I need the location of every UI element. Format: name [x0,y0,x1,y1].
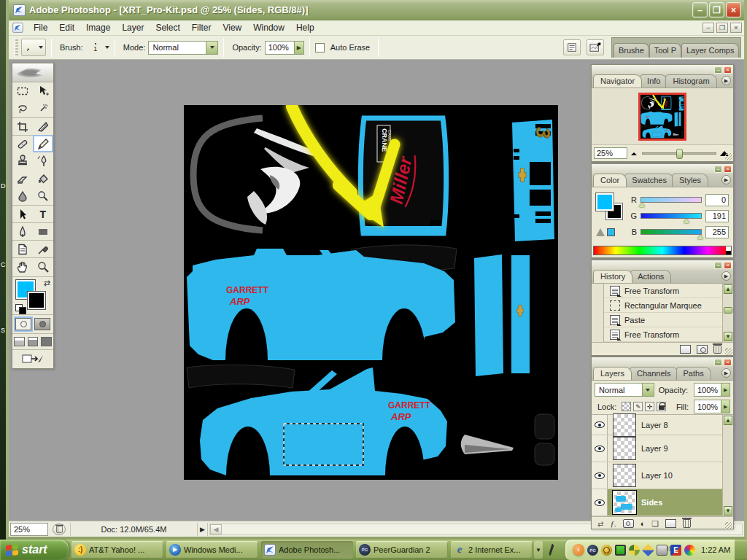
layer-thumbnail[interactable] [613,413,636,437]
palette-minimize-icon[interactable]: – [714,359,722,366]
navigator-zoom-slider[interactable] [642,152,716,155]
menu-filter[interactable]: Filter [186,21,217,34]
slice-tool[interactable] [33,117,53,135]
scroll-down-arrow[interactable]: ▼ [724,332,732,341]
layer-row[interactable]: Layer 8 [592,415,733,435]
background-color-swatch[interactable] [28,292,45,309]
history-source-box[interactable] [592,284,604,298]
visibility-toggle[interactable] [592,462,608,489]
maximize-button[interactable]: ❐ [709,2,724,18]
menu-layer[interactable]: Layer [116,21,150,34]
palette-titlebar[interactable]: – × [592,357,733,367]
document-close-button[interactable]: × [730,23,742,33]
blue-value[interactable]: 255 [705,226,729,238]
fullscreen-button[interactable] [41,337,52,346]
history-step[interactable]: Free Transform [592,284,722,298]
current-tool-button[interactable] [21,39,46,56]
history-step[interactable]: Paste [592,313,722,327]
status-zoom-field[interactable]: 25% [10,523,48,536]
taskbar-button-peerguardian[interactable]: PeerGuardian 2 [356,541,448,559]
foreground-color-swatch[interactable] [596,193,614,211]
taskbar-button-wmp[interactable]: Windows Medi... [166,541,258,559]
document-minimize-button[interactable]: – [703,23,714,33]
history-brush-tool[interactable] [33,152,53,170]
history-source-box[interactable] [592,327,604,342]
document-icon[interactable] [12,23,23,33]
eraser-tool[interactable] [12,170,33,187]
palette-close-icon[interactable]: × [724,166,732,173]
layer-row[interactable]: Layer 10 [592,462,733,489]
new-layer-icon[interactable] [665,519,676,528]
palette-minimize-icon[interactable]: – [714,166,722,173]
zoom-tool[interactable] [33,257,53,275]
history-scrollbar[interactable]: ▲ ▼ [722,284,733,342]
tab-layers[interactable]: Layers [593,367,632,380]
scroll-up-arrow[interactable]: ▲ [724,284,732,294]
history-source-box[interactable] [592,298,604,313]
color-spectrum-ramp[interactable] [593,246,732,255]
tab-history[interactable]: History [593,270,632,283]
toolbox-titlebar[interactable] [12,63,53,82]
layer-style-icon[interactable]: ƒ. [610,519,616,528]
jump-to-imageready-button[interactable] [22,353,44,365]
shape-tool[interactable] [33,222,53,240]
layer-thumbnail[interactable] [613,437,636,460]
tab-channels[interactable]: Channels [630,367,678,380]
layer-thumbnail[interactable] [613,464,636,487]
layer-thumbnail[interactable] [613,491,636,514]
well-tab-tool-presets[interactable]: Tool P [649,43,681,58]
opacity-field[interactable]: 100% ▶ [265,41,304,55]
close-button[interactable]: × [726,2,741,18]
tray-collapse-chevron-icon[interactable]: ‹ [573,544,584,556]
history-step[interactable]: Rectangular Marquee [592,298,722,313]
tray-swirl-icon[interactable] [684,545,695,556]
blue-slider-thumb[interactable] [697,235,703,239]
crop-tool[interactable] [12,117,33,135]
layer-opacity-field[interactable]: 100% ▶ [694,383,730,397]
zoom-out-mountain-icon[interactable] [630,149,639,157]
fill-slider-button[interactable]: ▶ [721,400,729,413]
tab-navigator[interactable]: Navigator [593,74,642,88]
scroll-up-arrow[interactable]: ▲ [724,416,732,425]
zoom-slider-knob[interactable] [676,149,683,159]
green-slider[interactable] [640,213,702,219]
layer-mask-icon[interactable] [623,519,634,528]
tray-display-icon[interactable] [615,545,626,556]
taskbar-button-photoshop[interactable]: Adobe Photosh... [261,541,353,559]
gamut-warning-icon[interactable] [596,228,605,236]
scrollbar-thumb[interactable] [724,307,732,314]
tab-color[interactable]: Color [593,174,627,187]
palette-resize-grip[interactable] [725,348,732,355]
menu-image[interactable]: Image [80,21,116,34]
file-info-button[interactable] [563,39,581,55]
blend-mode-button[interactable] [642,384,654,396]
layer-row-selected[interactable]: Sides [592,489,733,516]
standard-screen-button[interactable] [14,337,25,346]
palette-titlebar[interactable]: – × [592,260,733,270]
move-tool[interactable] [33,82,53,100]
mode-select[interactable]: Normal [148,41,218,55]
blue-slider[interactable] [640,229,702,235]
status-menu-arrow[interactable]: ▶ [198,523,208,536]
red-slider-thumb[interactable] [639,203,645,207]
menu-edit[interactable]: Edit [53,21,80,34]
menu-file[interactable]: File [28,21,53,34]
navigator-thumbnail[interactable] [638,93,686,141]
palette-resize-grip[interactable] [725,522,732,529]
notes-tool[interactable] [12,240,33,257]
menu-select[interactable]: Select [150,21,185,34]
opacity-slider-button[interactable]: ▶ [721,384,729,396]
red-slider[interactable] [640,197,702,203]
tab-info[interactable]: Info [640,74,667,88]
brush-dropdown-caret[interactable] [105,46,109,49]
default-colors-icon[interactable] [15,304,26,313]
tab-actions[interactable]: Actions [630,270,671,283]
fullscreen-menubar-button[interactable] [28,337,39,346]
document-canvas[interactable]: CRANE CAMS Miller [184,105,558,480]
tray-e-icon[interactable] [670,545,681,556]
history-source-box[interactable] [592,313,604,327]
auto-erase-checkbox[interactable] [315,43,325,52]
opacity-slider-button[interactable]: ▶ [294,42,303,54]
tab-histogram[interactable]: Histogram [665,74,716,88]
type-tool[interactable]: T [33,205,53,222]
